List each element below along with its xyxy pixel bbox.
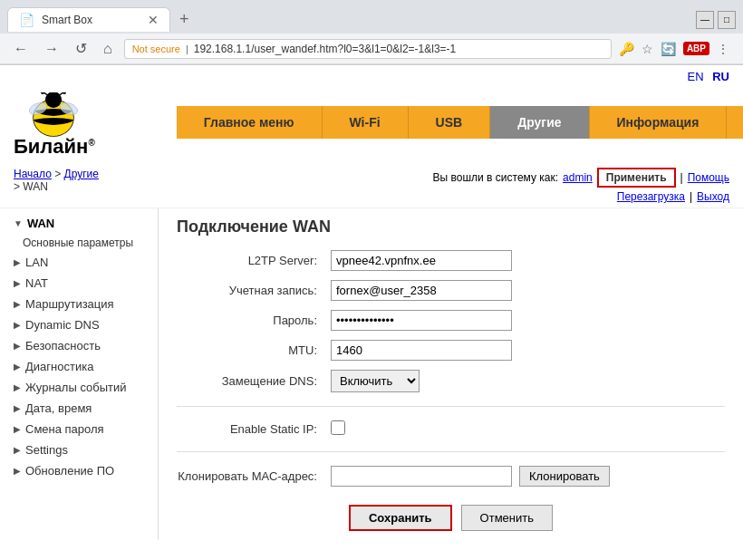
nav-bar: Главное меню Wi-Fi USB Другие Информация [177, 106, 743, 139]
password-input[interactable] [331, 310, 512, 331]
back-button[interactable]: ← [9, 39, 33, 59]
sidebar-item-diagnostics[interactable]: ▶ Диагностика [0, 356, 158, 377]
sidebar-item-password[interactable]: ▶ Смена пароля [0, 419, 158, 439]
sidebar: ▼ WAN Основные параметры ▶ LAN ▶ NAT ▶ М… [0, 208, 159, 540]
main-content: Подключение WAN L2TP Server: Учетная зап… [159, 208, 743, 540]
l2tp-label: L2TP Server: [177, 254, 331, 267]
lang-ru[interactable]: RU [712, 70, 729, 83]
arrow-icon-password: ▶ [14, 424, 21, 434]
abp-icon[interactable]: ABP [683, 42, 709, 55]
maximize-button[interactable]: □ [718, 11, 736, 29]
footer-buttons: Сохранить Отменить [177, 505, 725, 531]
page-title: Подключение WAN [177, 217, 725, 237]
nav-info[interactable]: Информация [590, 106, 728, 139]
arrow-icon-ddns: ▶ [14, 320, 21, 330]
form-row-account: Учетная запись: [177, 280, 725, 301]
password-label: Пароль: [177, 314, 331, 327]
arrow-icon-security: ▶ [14, 341, 21, 351]
form-table: L2TP Server: Учетная запись: Пароль: [177, 250, 725, 392]
beeline-logo: Билайн® [14, 88, 95, 163]
dns-select[interactable]: Включить Отключить [331, 370, 420, 392]
arrow-icon-nat: ▶ [14, 278, 21, 288]
account-label: Учетная запись: [177, 284, 331, 297]
nav-usb[interactable]: USB [409, 106, 491, 139]
arrow-icon-routing: ▶ [14, 299, 21, 309]
dns-value: Включить Отключить [331, 370, 420, 392]
tab-title: Smart Box [42, 14, 140, 26]
form-row-mtu: MTU: [177, 340, 725, 361]
beeline-brand-text: Билайн® [14, 135, 95, 159]
sidebar-item-lan[interactable]: ▶ LAN [0, 252, 158, 273]
logout-link[interactable]: Выход [697, 190, 729, 203]
menu-icon[interactable]: ⋮ [717, 42, 729, 56]
reload-button[interactable]: ↺ [71, 38, 92, 59]
key-icon[interactable]: 🔑 [619, 42, 634, 56]
address-bar: ← → ↺ ⌂ Not secure | 192.168.1.1/user_wa… [0, 34, 743, 64]
apply-button[interactable]: Применить [597, 168, 676, 188]
arrow-icon-firmware: ▶ [14, 466, 21, 476]
static-ip-value [331, 420, 345, 438]
clone-row: Клонировать [331, 466, 610, 487]
clone-mac-input[interactable] [331, 466, 512, 487]
clone-mac-value: Клонировать [331, 466, 610, 487]
star-icon[interactable]: ☆ [642, 42, 653, 56]
breadcrumb: Начало > Другие > WAN [14, 168, 99, 193]
sidebar-item-routing[interactable]: ▶ Маршрутизация [0, 294, 158, 314]
sidebar-item-datetime[interactable]: ▶ Дата, время [0, 398, 158, 419]
forward-button[interactable]: → [40, 39, 63, 59]
tab-close-button[interactable]: ✕ [148, 13, 159, 27]
mtu-label: MTU: [177, 343, 331, 357]
user-info-row: Вы вошли в систему как: admin Применить … [433, 168, 729, 188]
account-value [331, 280, 512, 301]
window-controls: — □ [696, 11, 736, 29]
breadcrumb-home[interactable]: Начало [14, 168, 52, 180]
not-secure-label: Not secure [132, 43, 180, 54]
sidebar-item-firmware[interactable]: ▶ Обновление ПО [0, 460, 158, 481]
minimize-button[interactable]: — [696, 11, 714, 29]
sidebar-item-logs[interactable]: ▶ Журналы событий [0, 377, 158, 398]
cancel-button[interactable]: Отменить [461, 505, 553, 531]
arrow-icon-settings: ▶ [14, 445, 21, 455]
help-link[interactable]: Помощь [688, 171, 729, 184]
sidebar-item-settings[interactable]: ▶ Settings [0, 439, 158, 460]
save-button[interactable]: Сохранить [349, 505, 452, 531]
form-row-clone-mac: Клонировать МАС-адрес: Клонировать [177, 466, 725, 487]
clone-mac-label: Клонировать МАС-адрес: [177, 469, 331, 483]
sep1: | [680, 171, 683, 184]
refresh-icon[interactable]: 🔄 [661, 42, 676, 56]
form-row-l2tp: L2TP Server: [177, 250, 725, 271]
sidebar-item-wan[interactable]: ▼ WAN [0, 213, 158, 234]
clone-button[interactable]: Клонировать [519, 466, 610, 487]
static-ip-checkbox[interactable] [331, 420, 345, 435]
form-row-dns: Замещение DNS: Включить Отключить [177, 370, 725, 392]
arrow-icon-lan: ▶ [14, 257, 21, 267]
user-action-area: Вы вошли в систему как: admin Применить … [433, 168, 729, 203]
form-row-password: Пароль: [177, 310, 725, 331]
action-links-row: Перезагрузка | Выход [617, 190, 729, 203]
account-input[interactable] [331, 280, 512, 301]
address-input[interactable]: Not secure | 192.168.1.1/user_wandef.htm… [124, 39, 612, 59]
static-ip-label: Enable Static IP: [177, 422, 331, 436]
lang-en[interactable]: EN [688, 70, 704, 83]
nav-other[interactable]: Другие [490, 106, 589, 139]
nav-wifi[interactable]: Wi-Fi [323, 106, 409, 139]
logo-area: Билайн® [0, 88, 109, 163]
nav-spacer [109, 88, 743, 106]
breadcrumb-other[interactable]: Другие [64, 168, 99, 180]
sidebar-item-security[interactable]: ▶ Безопасность [0, 335, 158, 356]
reboot-link[interactable]: Перезагрузка [617, 190, 685, 203]
l2tp-input[interactable] [331, 250, 512, 271]
new-tab-button[interactable]: + [170, 5, 198, 34]
sidebar-item-nat[interactable]: ▶ NAT [0, 273, 158, 294]
sidebar-subitem-wan-basic[interactable]: Основные параметры [0, 234, 158, 252]
nav-main-menu[interactable]: Главное меню [177, 106, 323, 139]
home-button[interactable]: ⌂ [99, 39, 117, 59]
browser-chrome: 📄 Smart Box ✕ + — □ ← → ↺ ⌂ Not secure |… [0, 0, 743, 65]
nav-area: Главное меню Wi-Fi USB Другие Информация [109, 88, 743, 163]
separator: | [186, 43, 188, 54]
username-link[interactable]: admin [563, 171, 593, 184]
svg-point-5 [41, 92, 44, 94]
sidebar-item-ddns[interactable]: ▶ Dynamic DNS [0, 314, 158, 335]
tab-bar: 📄 Smart Box ✕ + — □ [0, 0, 743, 34]
mtu-input[interactable] [331, 340, 512, 361]
